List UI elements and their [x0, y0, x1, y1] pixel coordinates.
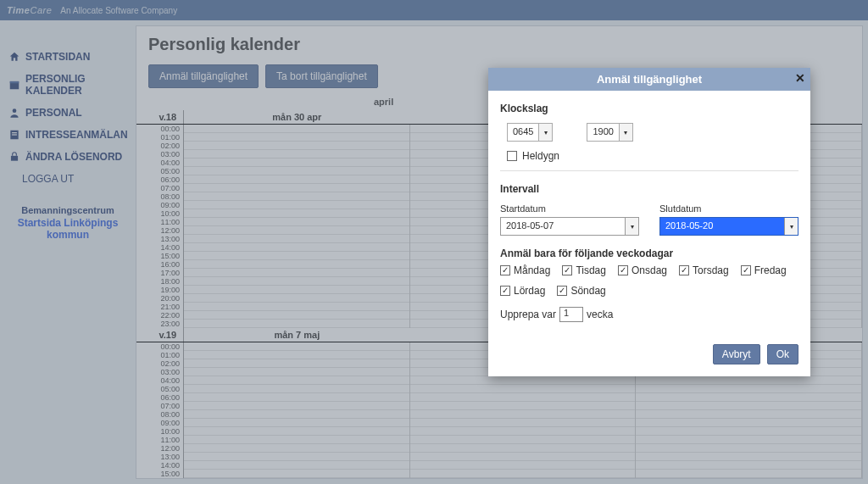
nav-start[interactable]: STARTSIDAN — [5, 46, 131, 68]
start-time-value: 0645 — [508, 124, 538, 141]
mon-label: Måndag — [514, 264, 550, 276]
repeat-pre: Upprepa var — [500, 309, 556, 320]
register-availability-button[interactable]: Anmäl tillgänglighet — [148, 64, 259, 88]
sidebar: STARTSIDAN PERSONLIG KALENDER PERSONAL I… — [0, 20, 136, 484]
fullday-checkbox[interactable] — [507, 151, 517, 161]
time-label: 07:00 — [136, 402, 183, 410]
time-label: 11:00 — [136, 218, 183, 226]
brand-time: Time — [7, 5, 30, 15]
time-label: 04:00 — [136, 376, 183, 385]
time-label: 14:00 — [136, 461, 183, 470]
chevron-down-icon[interactable]: ▾ — [625, 218, 638, 235]
footer-link[interactable]: Startsida Linköpings kommun — [5, 217, 131, 242]
time-label: 02:00 — [136, 142, 183, 150]
sat-checkbox[interactable]: ✓ — [500, 286, 510, 296]
availability-dialog: Anmäl tillgänglighet ✕ Klockslag 0645 ▾ … — [488, 68, 810, 376]
time-label: 01:00 — [136, 351, 183, 359]
ok-button[interactable]: Ok — [767, 344, 798, 364]
nav-logout[interactable]: LOGGA UT — [5, 168, 131, 190]
end-time-combo[interactable]: 1900 ▾ — [587, 123, 632, 142]
end-date-input[interactable]: 2018-05-20 ▾ — [659, 217, 798, 236]
time-label: 18:00 — [136, 277, 183, 286]
fri-checkbox[interactable]: ✓ — [741, 265, 751, 275]
time-label: 06:00 — [136, 175, 183, 184]
time-label: 01:00 — [136, 133, 183, 142]
calendar-icon — [8, 79, 20, 91]
start-date-input[interactable]: 2018-05-07 ▾ — [500, 217, 639, 236]
nav-label: STARTSIDAN — [25, 51, 90, 63]
time-label: 19:00 — [136, 286, 183, 294]
person-icon — [8, 107, 20, 119]
end-date-label: Slutdatum — [659, 203, 798, 214]
sun-checkbox[interactable]: ✓ — [557, 286, 567, 296]
thu-checkbox[interactable]: ✓ — [679, 265, 689, 275]
time-label: 10:00 — [136, 209, 183, 218]
time-column: 00:0001:0002:0003:0004:0005:0006:0007:00… — [136, 125, 184, 328]
dialog-actions: Avbryt Ok — [500, 344, 798, 364]
chevron-down-icon[interactable]: ▾ — [784, 218, 798, 235]
brand-logo: TimeCare — [7, 5, 52, 15]
fullday-row: Heldygn — [507, 150, 798, 162]
time-label: 03:00 — [136, 150, 183, 159]
time-label: 13:00 — [136, 235, 183, 243]
time-label: 00:00 — [136, 125, 183, 133]
page-header: Personlig kalender — [136, 26, 862, 61]
time-label: 11:00 — [136, 436, 183, 444]
time-label: 05:00 — [136, 385, 183, 393]
repeat-post: vecka — [587, 309, 613, 320]
week-label: v.18 — [136, 110, 184, 124]
time-label: 07:00 — [136, 184, 183, 192]
brand-care: Care — [30, 5, 52, 15]
time-label: 02:00 — [136, 359, 183, 368]
start-date-col: Startdatum 2018-05-07 ▾ — [500, 203, 639, 236]
wed-checkbox[interactable]: ✓ — [618, 265, 628, 275]
week-label: v.19 — [136, 328, 184, 342]
mon-checkbox[interactable]: ✓ — [500, 265, 510, 275]
time-label: 16:00 — [136, 260, 183, 269]
nav-personal[interactable]: PERSONAL — [5, 102, 131, 124]
chevron-down-icon[interactable]: ▾ — [538, 124, 552, 141]
time-label: 21:00 — [136, 303, 183, 311]
app-topbar: TimeCare An Allocate Software Company — [0, 0, 868, 20]
sun-label: Söndag — [570, 285, 605, 297]
close-icon[interactable]: ✕ — [795, 71, 805, 85]
dialog-body: Klockslag 0645 ▾ 1900 ▾ Heldygn Interval… — [488, 91, 810, 376]
end-date-value: 2018-05-20 — [660, 218, 784, 235]
chevron-down-icon[interactable]: ▾ — [619, 124, 632, 141]
nav-label: PERSONAL — [25, 107, 82, 119]
sidebar-footer: Bemanningscentrum Startsida Linköpings k… — [5, 205, 131, 242]
nav-personal-calendar[interactable]: PERSONLIG KALENDER — [5, 68, 131, 102]
time-label: 09:00 — [136, 201, 183, 209]
time-label: 12:00 — [136, 226, 183, 235]
tue-checkbox[interactable]: ✓ — [562, 265, 572, 275]
fullday-label: Heldygn — [522, 150, 559, 162]
time-column: 00:0001:0002:0003:0004:0005:0006:0007:00… — [136, 342, 184, 478]
svg-rect-1 — [10, 81, 19, 83]
date-row: Startdatum 2018-05-07 ▾ Slutdatum 2018-0… — [500, 203, 798, 236]
time-label: 08:00 — [136, 410, 183, 419]
divider — [500, 170, 798, 171]
day-column[interactable] — [184, 342, 410, 478]
nav-change-password[interactable]: ÄNDRA LÖSENORD — [5, 146, 131, 168]
time-label: 23:00 — [136, 320, 183, 328]
cancel-button[interactable]: Avbryt — [713, 344, 760, 364]
repeat-input[interactable]: 1 — [559, 307, 583, 322]
nav-label: ÄNDRA LÖSENORD — [25, 151, 122, 163]
dialog-titlebar: Anmäl tillgänglighet ✕ — [488, 68, 810, 91]
nav-interest[interactable]: INTRESSEANMÄLAN — [5, 124, 131, 146]
start-date-label: Startdatum — [500, 203, 639, 214]
time-label: 15:00 — [136, 252, 183, 260]
nav-label: LOGGA UT — [22, 173, 74, 185]
svg-rect-4 — [12, 132, 17, 133]
nav-label: INTRESSEANMÄLAN — [25, 129, 128, 141]
time-label: 13:00 — [136, 453, 183, 461]
remove-availability-button[interactable]: Ta bort tillgänglighet — [265, 64, 378, 88]
svg-point-2 — [13, 108, 17, 113]
time-label: 03:00 — [136, 368, 183, 376]
day-column[interactable] — [184, 125, 410, 328]
page-title: Personlig kalender — [148, 35, 850, 54]
start-time-combo[interactable]: 0645 ▾ — [507, 123, 553, 142]
time-label: 09:00 — [136, 419, 183, 427]
start-date-value: 2018-05-07 — [501, 218, 625, 235]
home-icon — [8, 51, 20, 63]
